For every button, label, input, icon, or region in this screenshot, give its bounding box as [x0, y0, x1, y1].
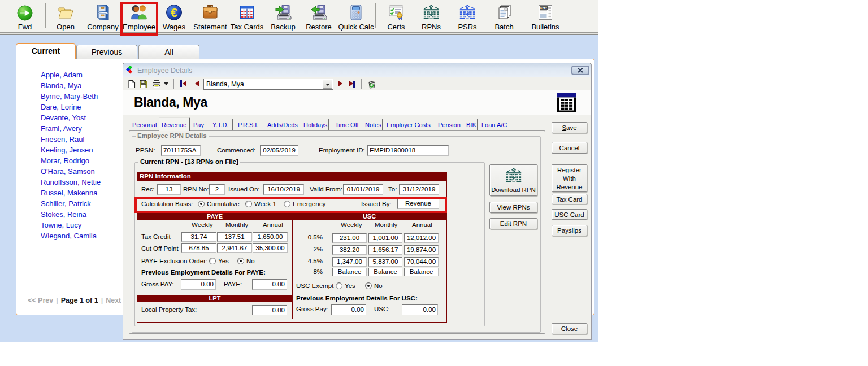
svg-text:€: € [171, 6, 177, 20]
